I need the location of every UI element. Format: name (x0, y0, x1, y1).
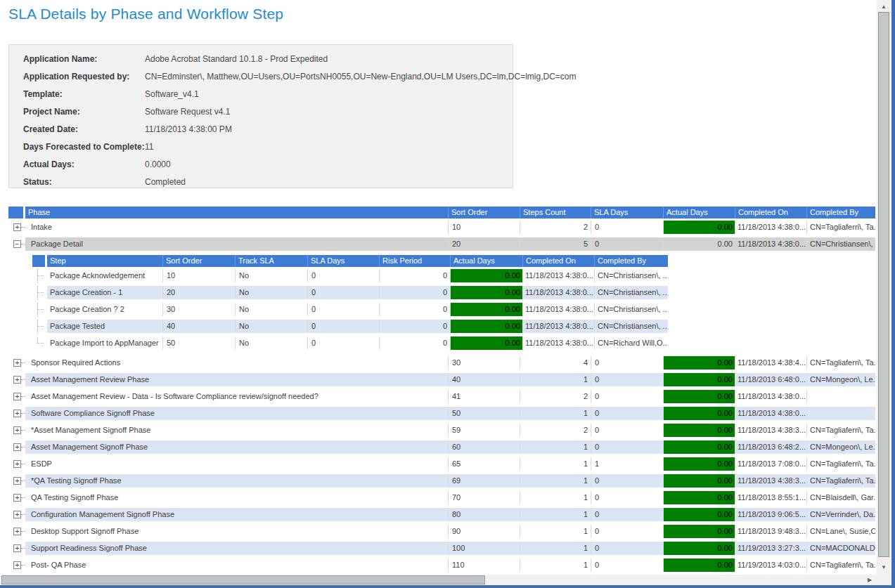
tree-dots (21, 227, 25, 228)
completed-on-cell: 11/18/2013 4:38:4... (735, 356, 807, 370)
expand-icon[interactable]: + (13, 443, 21, 451)
table-row-esdp: + ESDP 65 1 1 0.00 11/18/2013 7:08:0... … (8, 455, 875, 472)
completed-by-cell: CN=Christiansen\, ... (595, 269, 668, 282)
steps-count-cell: 1 (520, 457, 591, 471)
horizontal-scrollbar-thumb[interactable] (1, 575, 485, 584)
tree-dots (21, 481, 25, 481)
col-header-completed-on: Completed On (523, 255, 595, 267)
steps-count-cell: 2 (520, 424, 591, 437)
expand-icon[interactable]: + (13, 359, 21, 367)
completed-by-cell: CN=Richard Will,O... (595, 337, 668, 350)
actual-days-cell: 0.00 (664, 407, 735, 420)
scroll-up-icon[interactable]: ▲ (877, 1, 891, 12)
tree-dots (21, 244, 25, 244)
col-header-step: Step (47, 255, 163, 267)
vertical-scrollbar[interactable]: ▲ ▼ (877, 0, 891, 574)
completed-on-cell: 11/18/2013 4:38:0... (523, 286, 595, 299)
info-label: Template: (23, 86, 63, 103)
sla-days-cell: 0 (591, 474, 664, 488)
expand-icon[interactable]: + (13, 223, 21, 231)
info-value: Completed (145, 174, 186, 191)
collapse-icon[interactable]: − (13, 240, 21, 248)
actual-days-cell: 0.00 (664, 237, 735, 251)
expand-icon[interactable]: + (13, 410, 21, 417)
sort-order-cell: 59 (449, 424, 520, 437)
table-row-asset-management-review: + Asset Management Review Phase 40 1 0 0… (8, 371, 875, 388)
sla-days-cell: 0 (591, 508, 664, 521)
expand-icon[interactable]: + (13, 426, 21, 434)
expand-icon[interactable]: + (13, 528, 21, 535)
step-row-package-creation-1: Package Creation - 1 20 No 0 0 0.00 11/1… (32, 284, 668, 301)
steps-count-cell: 1 (520, 508, 591, 521)
steps-count-cell: 4 (520, 356, 591, 370)
info-value: 11/18/2013 4:38:00 PM (145, 121, 232, 138)
sla-days-cell: 0 (591, 424, 664, 437)
completed-on-cell: 11/18/2013 4:38:0... (523, 337, 595, 350)
info-value: 0.0000 (145, 156, 171, 174)
col-header-steps-count: Steps Count (520, 207, 591, 218)
sort-order-cell: 65 (449, 457, 520, 471)
completed-on-cell: 11/18/2013 7:08:0... (735, 457, 807, 471)
actual-days-cell: 0.00 (451, 320, 523, 333)
actual-days-cell: 0.00 (451, 303, 523, 316)
expand-icon[interactable]: + (13, 393, 21, 400)
phase-cell: Asset Management Review - Data - Is Soft… (25, 390, 449, 403)
sla-days-cell: 0 (308, 286, 380, 299)
actual-days-cell: 0.00 (664, 390, 735, 403)
expand-icon[interactable]: + (13, 511, 21, 518)
info-value: Software Request v4.1 (145, 103, 230, 121)
completed-on-cell: 11/18/2013 8:55:1... (735, 491, 807, 504)
sort-order-cell: 10 (163, 269, 236, 282)
actual-days-cell: 0.00 (664, 558, 735, 572)
steps-count-cell: 1 (520, 373, 591, 386)
sort-order-cell: 30 (449, 356, 520, 370)
info-row-created-date: Created Date: 11/18/2013 4:38:00 PM (9, 121, 513, 138)
page-title: SLA Details by Phase and Workflow Step (8, 6, 283, 22)
step-table: Step Sort Order Track SLA SLA Days Risk … (32, 255, 668, 351)
info-label: Created Date: (23, 121, 78, 138)
completed-on-cell: 11/18/2013 4:38:0... (735, 237, 807, 251)
expand-icon[interactable]: + (13, 477, 21, 485)
completed-on-cell: 11/18/2013 4:38:3... (735, 474, 807, 488)
expand-icon[interactable]: + (13, 460, 21, 468)
info-label: Application Requested by: (23, 68, 129, 86)
completed-on-cell: 11/18/2013 4:38:0... (735, 407, 807, 420)
completed-by-cell: CN=Christiansen\, ... (595, 320, 668, 333)
phase-cell: ESDP (25, 457, 449, 471)
expand-icon[interactable]: + (13, 544, 21, 552)
risk-period-cell: 0 (380, 320, 451, 333)
tree-dots (21, 362, 25, 363)
step-row-package-creation-2: Package Creation ? 2 30 No 0 0 0.00 11/1… (32, 301, 668, 318)
steps-count-cell: 1 (520, 542, 591, 555)
completed-on-cell: 11/18/2013 4:38:3... (735, 424, 807, 437)
completed-by-cell: CN=Tagliaferri\, Ta... (807, 474, 875, 488)
phase-cell: Post- QA Phase (25, 558, 449, 572)
actual-days-cell: 0.00 (451, 337, 523, 350)
steps-count-cell: 1 (520, 407, 591, 420)
step-cell: Package Creation - 1 (47, 286, 163, 299)
actual-days-cell: 0.00 (664, 525, 735, 538)
sla-days-cell: 0 (591, 237, 664, 251)
vertical-scrollbar-thumb[interactable] (878, 12, 889, 557)
tree-dots (21, 396, 25, 397)
scroll-right-icon[interactable]: ▶ (864, 575, 875, 585)
report-info-box: Application Name: Adobe Acrobat Standard… (8, 44, 513, 188)
actual-days-cell: 0.00 (664, 440, 735, 454)
completed-on-cell: 11/18/2013 4:38:0... (523, 320, 595, 333)
expand-icon[interactable]: + (13, 376, 21, 384)
completed-on-cell: 11/18/2013 6:48:0... (735, 373, 807, 386)
completed-by-cell: CN=Tagliaferri\, Ta... (807, 457, 875, 471)
steps-count-cell: 1 (520, 474, 591, 488)
completed-on-cell: 11/18/2013 9:48:3... (735, 525, 807, 538)
phase-cell: Configuration Management Signoff Phase (25, 508, 449, 521)
scroll-down-icon[interactable]: ▼ (877, 562, 891, 573)
expand-icon[interactable]: + (13, 561, 21, 569)
info-row-status: Status: Completed (9, 174, 513, 191)
horizontal-scrollbar[interactable]: ▶ (0, 575, 877, 585)
sort-order-cell: 110 (449, 558, 520, 572)
header-icon-cell (8, 207, 23, 218)
risk-period-cell: 0 (380, 337, 451, 350)
expand-icon[interactable]: + (13, 494, 21, 502)
table-row-qa-testing-signoff-star: + *QA Testing Signoff Phase 69 1 0 0.00 … (8, 472, 875, 489)
table-row-desktop-support-signoff: + Desktop Support Signoff Phase 90 1 0 0… (8, 523, 875, 540)
